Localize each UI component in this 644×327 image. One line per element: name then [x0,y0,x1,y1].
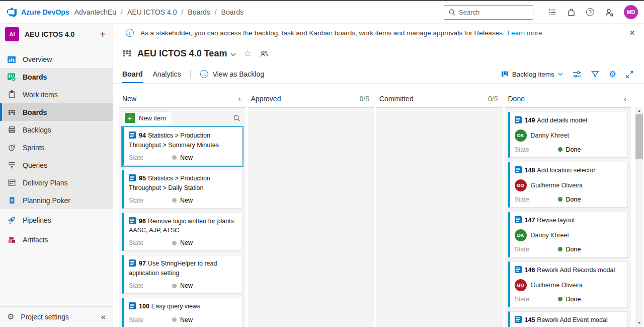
scroll-down-icon[interactable]: ▼ [637,319,641,326]
collapse-sidebar-icon[interactable]: « [101,312,106,322]
search-cards-icon[interactable] [233,114,240,122]
board-card[interactable]: 145Rework Add Event modal GO Guilherme O… [508,311,628,327]
card-title: Rework Add Event modal [537,316,607,323]
sidebar-item-artifacts[interactable]: Artifacts [0,231,113,248]
board-settings-gear-icon[interactable]: ⚙ [609,70,616,79]
main-content: i As a stakeholder, you can access the b… [113,24,644,327]
fullscreen-icon[interactable] [626,71,633,78]
board-card[interactable]: 149Add details model DK Danny Khreet Sta… [508,112,628,158]
sidebar: AI AEU ICTOS 4.0 + Overview [0,24,113,327]
backlog-level-selector[interactable]: Backlog items [501,71,563,78]
board-card[interactable]: 96Remove logic written for plants: AASC,… [122,213,243,251]
board-card[interactable]: 148Add location selector GO Guilherme Ol… [508,162,628,208]
work-item-icon [515,316,522,325]
close-banner-icon[interactable]: × [626,27,638,38]
card-state-row: State Done [515,146,623,153]
artifacts-icon [7,235,16,244]
new-item-button[interactable]: + New item [123,111,172,124]
card-state-row: State New [129,154,237,161]
team-title[interactable]: AEU ICTOS 4.0 Team [137,48,227,59]
team-switcher-chevron-icon[interactable] [230,53,236,56]
tab-board[interactable]: Board [117,65,147,83]
boards-hub-icon [7,73,16,82]
breadcrumb-boards-hub[interactable]: Boards [188,8,210,16]
card-state-row: State Done [515,196,623,203]
board-card[interactable]: 95Statistics > Production Throughput > D… [122,170,243,209]
tab-analytics[interactable]: Analytics [147,65,186,83]
state-value: New [180,282,193,289]
azure-devops-home-link[interactable]: Azure DevOps [7,7,69,17]
info-icon: i [126,29,134,37]
breadcrumb-boards-page[interactable]: Boards [221,8,244,16]
work-item-icon [515,116,522,126]
search-box[interactable] [444,5,533,20]
column-name: Approved [251,95,281,103]
sidebar-item-pipelines[interactable]: Pipelines [0,211,113,229]
favorite-star-icon[interactable]: ☆ [244,48,251,59]
work-item-icon [129,217,136,227]
state-dot [172,241,177,245]
card-id: 97 [139,260,146,267]
marketplace-bag-icon[interactable] [562,4,580,21]
column-header-committed: Committed 0/5 [376,95,503,103]
sidebar-item-overview[interactable]: Overview [0,50,113,68]
card-id: 149 [525,117,535,124]
project-settings-button[interactable]: ⚙ Project settings « [0,307,113,327]
team-members-icon[interactable] [260,50,269,58]
sidebar-item-backlogs[interactable]: Backlogs [0,121,113,139]
boards-hub-group: Boards Work items [0,68,113,209]
scroll-up-icon[interactable]: ▲ [637,107,641,114]
column-headers: New ‹ Approved 0/5 Committed 0/5 Done ‹ [119,84,631,107]
card-state-row: State Done [515,246,623,253]
project-name[interactable]: AEU ICTOS 4.0 [25,30,94,38]
task-list-icon[interactable] [543,4,560,21]
card-state-row: State New [129,197,237,204]
board-card[interactable]: 97Use StringHelper to read application s… [122,255,243,294]
user-settings-icon[interactable] [601,4,618,21]
board-card[interactable]: 100Easy query views State New [122,298,243,327]
learn-more-link[interactable]: Learn more [507,29,542,37]
column-approved [248,107,374,327]
state-dot [558,147,562,152]
board-card[interactable]: 94Statistics > Production Throughput > S… [122,127,243,166]
add-project-icon[interactable]: + [100,29,106,39]
collapse-column-icon[interactable]: ‹ [624,94,626,103]
state-value: Done [566,296,581,303]
top-bar: Azure DevOps AdvantechEu / AEU ICTOS 4.0… [0,1,644,24]
view-as-backlog-button[interactable]: → View as Backlog [195,65,269,83]
sidebar-item-boards-hub[interactable]: Boards [0,68,113,86]
sidebar-item-work-items[interactable]: Work items [0,86,113,103]
chevron-down-icon [558,73,563,76]
sidebar-item-boards[interactable]: Boards [0,103,113,121]
column-name: Committed [379,95,414,103]
project-avatar[interactable]: AI [5,27,19,41]
azure-devops-boards-page: Azure DevOps AdvantechEu / AEU ICTOS 4.0… [0,0,644,327]
board-card[interactable]: 147Revise layout DK Danny Khreet State D… [508,212,628,257]
collapse-column-icon[interactable]: ‹ [238,94,241,103]
search-input[interactable] [459,9,519,16]
column-wip-count: 0/5 [488,95,498,103]
column-wip-count: 0/5 [360,95,369,103]
state-value: Done [566,246,581,253]
sidebar-item-sprints[interactable]: Sprints [0,139,113,156]
card-assignee-row: GO Guilherme Oliveira [515,279,623,291]
sidebar-item-planning-poker[interactable]: Planning Poker [0,191,113,209]
sidebar-item-delivery-plans[interactable]: Delivery Plans [0,174,113,191]
board-scrollbar[interactable]: ▲ ▼ [635,107,643,326]
view-options-icon[interactable] [573,71,582,78]
help-icon[interactable]: ? [582,4,599,21]
card-assignee-row: GO Guilherme Oliveira [515,179,623,191]
board-card[interactable]: 146Rework Add Records modal GO Guilherme… [508,261,628,307]
delivery-plans-icon [7,178,16,187]
breadcrumb-organization[interactable]: AdvantechEu [74,8,116,16]
card-state-row: State Done [515,296,623,303]
state-value: New [180,316,193,323]
scrollbar-thumb[interactable] [635,114,643,159]
assignee-avatar: GO [515,279,527,291]
column-header-approved: Approved 0/5 [248,95,374,103]
user-avatar[interactable]: MD [624,5,638,19]
planning-poker-icon [7,196,16,205]
breadcrumb-project[interactable]: AEU ICTOS 4.0 [127,8,177,16]
filter-icon[interactable] [591,71,599,78]
sidebar-item-queries[interactable]: Queries [0,156,113,174]
